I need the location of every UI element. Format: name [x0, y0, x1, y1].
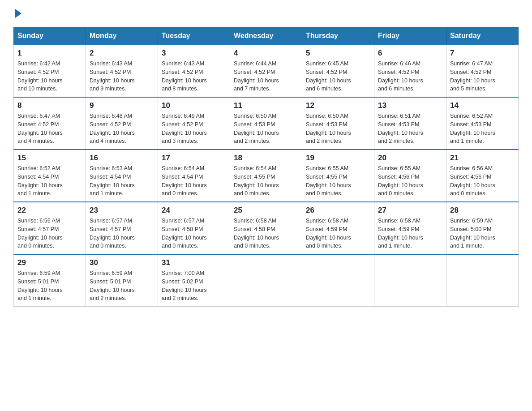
calendar-cell: 18 Sunrise: 6:54 AMSunset: 4:55 PMDaylig…	[230, 150, 302, 202]
day-info: Sunrise: 6:59 AMSunset: 5:01 PMDaylight:…	[90, 270, 135, 301]
day-number: 1	[17, 49, 82, 58]
day-number: 27	[378, 206, 442, 215]
calendar-cell: 31 Sunrise: 7:00 AMSunset: 5:02 PMDaylig…	[158, 254, 230, 307]
day-number: 30	[90, 258, 154, 267]
calendar-cell: 6 Sunrise: 6:46 AMSunset: 4:52 PMDayligh…	[374, 45, 446, 97]
day-info: Sunrise: 6:52 AMSunset: 4:53 PMDaylight:…	[450, 113, 495, 144]
day-info: Sunrise: 6:43 AMSunset: 4:52 PMDaylight:…	[162, 60, 207, 92]
col-header-thursday: Thursday	[302, 27, 374, 45]
day-info: Sunrise: 6:48 AMSunset: 4:52 PMDaylight:…	[90, 113, 135, 144]
day-number: 14	[450, 101, 515, 110]
calendar-cell: 3 Sunrise: 6:43 AMSunset: 4:52 PMDayligh…	[158, 45, 230, 97]
day-info: Sunrise: 6:56 AMSunset: 4:57 PMDaylight:…	[17, 218, 63, 249]
day-number: 16	[90, 154, 154, 163]
calendar-table: SundayMondayTuesdayWednesdayThursdayFrid…	[13, 27, 519, 307]
col-header-tuesday: Tuesday	[158, 27, 230, 45]
day-number: 5	[306, 49, 370, 58]
calendar-cell: 15 Sunrise: 6:52 AMSunset: 4:54 PMDaylig…	[14, 150, 86, 202]
day-info: Sunrise: 6:43 AMSunset: 4:52 PMDaylight:…	[90, 60, 135, 92]
calendar-cell: 20 Sunrise: 6:55 AMSunset: 4:56 PMDaylig…	[374, 150, 446, 202]
col-header-wednesday: Wednesday	[230, 27, 302, 45]
calendar-cell: 13 Sunrise: 6:51 AMSunset: 4:53 PMDaylig…	[374, 97, 446, 150]
day-info: Sunrise: 6:58 AMSunset: 4:59 PMDaylight:…	[306, 218, 351, 249]
calendar-week-row: 1 Sunrise: 6:42 AMSunset: 4:52 PMDayligh…	[14, 45, 519, 97]
day-info: Sunrise: 6:54 AMSunset: 4:55 PMDaylight:…	[234, 165, 279, 197]
day-info: Sunrise: 6:58 AMSunset: 4:58 PMDaylight:…	[234, 218, 279, 249]
day-number: 15	[17, 154, 82, 163]
calendar-cell: 25 Sunrise: 6:58 AMSunset: 4:58 PMDaylig…	[230, 202, 302, 254]
day-number: 13	[378, 101, 442, 110]
day-number: 19	[306, 154, 370, 163]
day-number: 25	[234, 206, 298, 215]
day-number: 22	[17, 206, 82, 215]
calendar-cell: 9 Sunrise: 6:48 AMSunset: 4:52 PMDayligh…	[86, 97, 158, 150]
calendar-cell: 2 Sunrise: 6:43 AMSunset: 4:52 PMDayligh…	[86, 45, 158, 97]
calendar-cell: 23 Sunrise: 6:57 AMSunset: 4:57 PMDaylig…	[86, 202, 158, 254]
day-info: Sunrise: 6:53 AMSunset: 4:54 PMDaylight:…	[90, 165, 135, 197]
day-info: Sunrise: 6:59 AMSunset: 5:01 PMDaylight:…	[17, 270, 63, 301]
calendar-cell: 7 Sunrise: 6:47 AMSunset: 4:52 PMDayligh…	[446, 45, 519, 97]
day-number: 2	[90, 49, 154, 58]
calendar-cell: 5 Sunrise: 6:45 AMSunset: 4:52 PMDayligh…	[302, 45, 374, 97]
day-info: Sunrise: 6:47 AMSunset: 4:52 PMDaylight:…	[17, 113, 63, 144]
day-number: 23	[90, 206, 154, 215]
day-info: Sunrise: 7:00 AMSunset: 5:02 PMDaylight:…	[162, 270, 207, 301]
calendar-cell: 12 Sunrise: 6:50 AMSunset: 4:53 PMDaylig…	[302, 97, 374, 150]
day-info: Sunrise: 6:47 AMSunset: 4:52 PMDaylight:…	[450, 60, 495, 92]
page-header	[13, 9, 519, 18]
calendar-cell: 14 Sunrise: 6:52 AMSunset: 4:53 PMDaylig…	[446, 97, 519, 150]
day-info: Sunrise: 6:54 AMSunset: 4:54 PMDaylight:…	[162, 165, 207, 197]
day-number: 11	[234, 101, 298, 110]
calendar-cell: 19 Sunrise: 6:55 AMSunset: 4:55 PMDaylig…	[302, 150, 374, 202]
calendar-cell	[446, 254, 519, 307]
day-info: Sunrise: 6:56 AMSunset: 4:56 PMDaylight:…	[450, 165, 495, 197]
calendar-cell: 11 Sunrise: 6:50 AMSunset: 4:53 PMDaylig…	[230, 97, 302, 150]
calendar-cell: 22 Sunrise: 6:56 AMSunset: 4:57 PMDaylig…	[14, 202, 86, 254]
day-number: 21	[450, 154, 515, 163]
day-number: 17	[162, 154, 226, 163]
day-number: 12	[306, 101, 370, 110]
day-info: Sunrise: 6:42 AMSunset: 4:52 PMDaylight:…	[17, 60, 63, 92]
day-info: Sunrise: 6:55 AMSunset: 4:55 PMDaylight:…	[306, 165, 351, 197]
col-header-sunday: Sunday	[14, 27, 86, 45]
day-number: 31	[162, 258, 226, 267]
calendar-cell: 21 Sunrise: 6:56 AMSunset: 4:56 PMDaylig…	[446, 150, 519, 202]
day-number: 26	[306, 206, 370, 215]
day-number: 3	[162, 49, 226, 58]
logo-triangle-icon	[15, 9, 21, 18]
calendar-week-row: 8 Sunrise: 6:47 AMSunset: 4:52 PMDayligh…	[14, 97, 519, 150]
day-info: Sunrise: 6:55 AMSunset: 4:56 PMDaylight:…	[378, 165, 423, 197]
day-number: 6	[378, 49, 442, 58]
calendar-cell: 28 Sunrise: 6:59 AMSunset: 5:00 PMDaylig…	[446, 202, 519, 254]
calendar-cell: 26 Sunrise: 6:58 AMSunset: 4:59 PMDaylig…	[302, 202, 374, 254]
day-info: Sunrise: 6:45 AMSunset: 4:52 PMDaylight:…	[306, 60, 351, 92]
logo	[13, 9, 22, 18]
calendar-cell	[230, 254, 302, 307]
calendar-cell: 24 Sunrise: 6:57 AMSunset: 4:58 PMDaylig…	[158, 202, 230, 254]
day-number: 18	[234, 154, 298, 163]
day-info: Sunrise: 6:57 AMSunset: 4:58 PMDaylight:…	[162, 218, 207, 249]
calendar-cell: 30 Sunrise: 6:59 AMSunset: 5:01 PMDaylig…	[86, 254, 158, 307]
col-header-friday: Friday	[374, 27, 446, 45]
day-number: 7	[450, 49, 515, 58]
calendar-cell: 1 Sunrise: 6:42 AMSunset: 4:52 PMDayligh…	[14, 45, 86, 97]
calendar-cell	[302, 254, 374, 307]
day-number: 20	[378, 154, 442, 163]
calendar-cell: 27 Sunrise: 6:58 AMSunset: 4:59 PMDaylig…	[374, 202, 446, 254]
day-number: 8	[17, 101, 82, 110]
calendar-week-row: 15 Sunrise: 6:52 AMSunset: 4:54 PMDaylig…	[14, 150, 519, 202]
day-info: Sunrise: 6:59 AMSunset: 5:00 PMDaylight:…	[450, 218, 495, 249]
day-info: Sunrise: 6:57 AMSunset: 4:57 PMDaylight:…	[90, 218, 135, 249]
col-header-saturday: Saturday	[446, 27, 519, 45]
day-info: Sunrise: 6:49 AMSunset: 4:52 PMDaylight:…	[162, 113, 207, 144]
day-number: 24	[162, 206, 226, 215]
day-number: 28	[450, 206, 515, 215]
day-number: 29	[17, 258, 82, 267]
calendar-cell: 8 Sunrise: 6:47 AMSunset: 4:52 PMDayligh…	[14, 97, 86, 150]
day-number: 9	[90, 101, 154, 110]
calendar-cell: 29 Sunrise: 6:59 AMSunset: 5:01 PMDaylig…	[14, 254, 86, 307]
calendar-week-row: 22 Sunrise: 6:56 AMSunset: 4:57 PMDaylig…	[14, 202, 519, 254]
day-info: Sunrise: 6:50 AMSunset: 4:53 PMDaylight:…	[234, 113, 279, 144]
calendar-cell	[374, 254, 446, 307]
day-info: Sunrise: 6:46 AMSunset: 4:52 PMDaylight:…	[378, 60, 423, 92]
